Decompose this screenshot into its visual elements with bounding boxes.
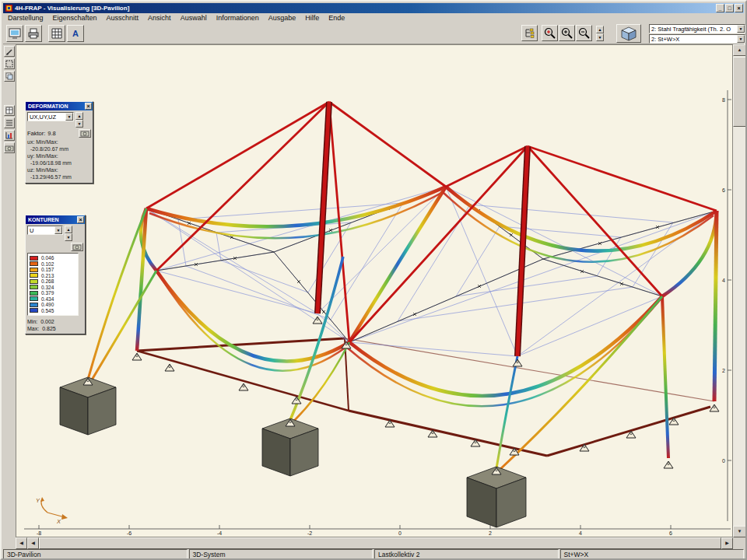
- x-axis-ruler: -8 -6 -4 -2 0 2 4 6: [24, 525, 731, 536]
- dock-table-button[interactable]: [4, 105, 15, 116]
- uy-range-label: uy: Min/Max:: [27, 153, 91, 160]
- zoom-in-icon: [561, 27, 573, 39]
- zoom-window-button[interactable]: [542, 25, 558, 41]
- x-axis-label: 4: [579, 530, 582, 536]
- app-icon: [5, 5, 12, 12]
- spin-down-icon[interactable]: ▼: [65, 233, 72, 241]
- chevron-down-icon[interactable]: ▼: [737, 35, 745, 43]
- scroll-up-button[interactable]: ▲: [733, 44, 746, 56]
- close-icon[interactable]: ×: [77, 216, 84, 223]
- horizontal-scrollbar[interactable]: ◀ ◀ ▶: [16, 537, 733, 549]
- dock-layers-button[interactable]: [4, 71, 15, 82]
- scroll-right-button[interactable]: ▶: [721, 537, 733, 549]
- menu-item-ausgabe[interactable]: Ausgabe: [264, 13, 301, 23]
- max-label: Max:: [27, 325, 39, 332]
- legend-row: 0.379: [30, 290, 76, 296]
- scroll-left-button[interactable]: ◀: [16, 537, 27, 549]
- dock-chart-button[interactable]: [4, 130, 15, 141]
- dock-edit-button[interactable]: [4, 46, 15, 57]
- menu-item-ausschnitt[interactable]: Ausschnitt: [102, 13, 144, 23]
- scroll-down-button[interactable]: ▼: [733, 526, 746, 537]
- y-axis-ruler: 8 6 4 2 0: [722, 90, 731, 521]
- vertical-scrollbar[interactable]: ▲ ▼: [733, 44, 746, 537]
- scene-3d-view[interactable]: -8 -6 -4 -2 0 2 4 6 8 6 4 2 0: [16, 45, 732, 537]
- zoom-in-button[interactable]: [559, 25, 575, 41]
- title-bar[interactable]: 4H-FRAP - Visualisierung [3D-Pavilion] _…: [3, 3, 744, 13]
- annotation-button[interactable]: A: [67, 25, 84, 42]
- chevron-down-icon[interactable]: ▼: [54, 226, 62, 234]
- x-axis-label: -4: [217, 530, 222, 536]
- legend-row: 0.490: [30, 302, 76, 308]
- menu-item-eigenschaften[interactable]: Eigenschaften: [48, 13, 102, 23]
- maximize-button[interactable]: □: [725, 4, 734, 12]
- y-axis-label: 2: [722, 368, 725, 373]
- deformation-component-spinner[interactable]: ▲ ▼: [75, 112, 83, 128]
- print-button[interactable]: [25, 25, 42, 42]
- view-spinner[interactable]: ▲ ▼: [596, 26, 604, 41]
- menu-item-ansicht[interactable]: Ansicht: [143, 13, 176, 23]
- status-panel-result: St+W>X: [560, 549, 745, 560]
- legend-row: 0.545: [30, 308, 76, 314]
- menu-item-hilfe[interactable]: Hilfe: [300, 13, 324, 23]
- toolbar: A ▲ ▼ 2: Stahl Tragfähigkeit (Th. 2. O: [3, 23, 744, 44]
- dock-select-button[interactable]: [4, 58, 15, 69]
- dock-list-button[interactable]: [4, 117, 15, 128]
- x-axis-label: -8: [37, 530, 41, 536]
- menu-item-ende[interactable]: Ende: [324, 13, 349, 23]
- konturen-palette[interactable]: KONTUREN × U ▼ ▲ ▼ 0.046 0.1: [25, 215, 86, 334]
- legend-row: 0.046: [30, 255, 76, 261]
- uz-range-value: -13.29/46.57 mm: [27, 174, 91, 181]
- close-button[interactable]: ×: [735, 4, 743, 12]
- display-options-button[interactable]: [521, 25, 538, 41]
- konturen-quantity-combobox[interactable]: U ▼: [27, 226, 63, 235]
- vertical-scroll-thumb[interactable]: [733, 57, 746, 127]
- dock-camera-button[interactable]: [4, 142, 15, 153]
- deformation-palette-titlebar[interactable]: DEFORMATION ×: [26, 102, 93, 110]
- konturen-quantity-spinner[interactable]: ▲ ▼: [65, 226, 72, 241]
- konturen-snapshot-button[interactable]: [71, 243, 83, 251]
- deformation-palette[interactable]: DEFORMATION × UX,UY,UZ ▼ ▲ ▼ Faktor: 9.8: [25, 101, 93, 184]
- menu-item-darstellung[interactable]: Darstellung: [3, 13, 48, 23]
- legend-swatch: [30, 291, 38, 296]
- legend-swatch: [30, 285, 38, 289]
- chevron-down-icon[interactable]: ▼: [737, 25, 745, 33]
- status-bar: 3D-Pavilion 3D-System Lastkollektiv 2 St…: [3, 549, 744, 560]
- menu-item-auswahl[interactable]: Auswahl: [176, 13, 212, 23]
- x-axis-label: 0: [398, 530, 402, 536]
- list-icon: [5, 119, 13, 127]
- foundation-blocks: [60, 377, 526, 527]
- chevron-down-icon[interactable]: ▼: [65, 113, 73, 121]
- horizontal-scroll-thumb[interactable]: [39, 537, 721, 549]
- spin-up-icon[interactable]: ▲: [75, 112, 83, 120]
- legend-row: 0.434: [30, 296, 76, 303]
- deformation-component-combobox[interactable]: UX,UY,UZ ▼: [27, 112, 74, 121]
- loadcase-combobox[interactable]: 2: St+W>X ▼: [649, 34, 745, 44]
- close-icon[interactable]: ×: [85, 103, 92, 110]
- spin-down-icon[interactable]: ▼: [596, 33, 604, 41]
- minimize-button[interactable]: _: [716, 4, 724, 12]
- text-tool-icon: A: [72, 29, 79, 38]
- max-value: 0.825: [42, 325, 56, 332]
- legend-row: 0.268: [30, 278, 76, 285]
- grid-button[interactable]: [48, 25, 65, 42]
- scroll-left-page-button[interactable]: ◀: [27, 537, 39, 549]
- zoom-out-button[interactable]: [576, 25, 592, 41]
- visualization-canvas[interactable]: -8 -6 -4 -2 0 2 4 6 8 6 4 2 0: [16, 44, 733, 537]
- spin-up-icon[interactable]: ▲: [65, 226, 72, 233]
- view-3d-button[interactable]: [616, 24, 641, 43]
- spin-up-icon[interactable]: ▲: [596, 26, 604, 33]
- menu-item-informationen[interactable]: Informationen: [212, 13, 264, 23]
- deformation-palette-title: DEFORMATION: [28, 103, 68, 109]
- x-axis-label: 6: [669, 530, 672, 536]
- stay-cables: [88, 208, 662, 470]
- min-value: 0.002: [40, 318, 54, 325]
- result-type-combobox[interactable]: 2: Stahl Tragfähigkeit (Th. 2. O ▼: [649, 24, 745, 33]
- pencil-icon: [5, 47, 13, 55]
- redraw-button[interactable]: [6, 25, 23, 42]
- konturen-palette-titlebar[interactable]: KONTUREN ×: [26, 215, 85, 224]
- spin-down-icon[interactable]: ▼: [75, 120, 83, 128]
- contour-legend: 0.046 0.102 0.157 0.213 0.268 0.324 0.37…: [27, 253, 79, 316]
- status-panel-system: 3D-System: [189, 549, 374, 560]
- deformation-snapshot-button[interactable]: [79, 129, 91, 138]
- zoom-select-icon: [544, 27, 556, 39]
